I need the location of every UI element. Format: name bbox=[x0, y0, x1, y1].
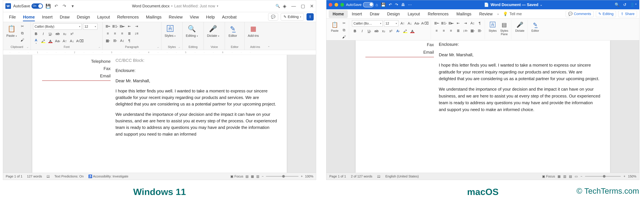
paste-button[interactable]: 📋 Paste ▾ bbox=[6, 23, 18, 38]
copy-icon[interactable]: ⧉ bbox=[341, 27, 347, 33]
superscript-button[interactable]: x² bbox=[388, 28, 394, 34]
grow-font-button[interactable]: A↑ bbox=[62, 38, 68, 44]
paste-button[interactable]: 📋 Paste bbox=[330, 20, 340, 33]
show-marks-button[interactable]: ¶ bbox=[126, 38, 132, 44]
redo-icon[interactable]: ↷ bbox=[62, 3, 67, 9]
copilot-icon[interactable]: ◈ bbox=[283, 4, 286, 9]
status-language[interactable]: English (United States) bbox=[386, 174, 419, 178]
subscript-button[interactable]: x₂ bbox=[381, 28, 386, 34]
tab-references[interactable]: References bbox=[424, 10, 452, 18]
status-page[interactable]: Page 1 of 1 bbox=[329, 174, 346, 178]
zoom-out-button[interactable]: − bbox=[580, 174, 582, 178]
dialog-launcher-icon[interactable]: ⌐ bbox=[158, 46, 159, 49]
print-icon[interactable]: 🖶 bbox=[401, 3, 405, 7]
borders-button[interactable]: ⊞▾ bbox=[112, 38, 118, 44]
print-layout-icon[interactable]: ▦ bbox=[558, 174, 561, 178]
strikethrough-button[interactable]: ab bbox=[55, 31, 60, 37]
ruler[interactable]: · · · 1 · · · 2 · · · 3 · · · 4 · · · 5 … bbox=[3, 50, 316, 55]
tab-home[interactable]: Home bbox=[329, 10, 348, 18]
shading-button[interactable]: ▦▾ bbox=[470, 28, 476, 34]
fullscreen-icon[interactable] bbox=[340, 3, 344, 7]
tab-file[interactable]: File bbox=[6, 12, 20, 22]
show-marks-button[interactable]: ¶ bbox=[477, 20, 483, 26]
account-icon[interactable]: 👤⁺ bbox=[630, 3, 637, 7]
focus-mode-button[interactable]: ▣ Focus bbox=[230, 174, 243, 178]
web-layout-icon[interactable]: ▥ bbox=[563, 174, 566, 178]
align-right-button[interactable]: ≡ bbox=[448, 28, 454, 34]
share-button[interactable]: ⇪ bbox=[306, 13, 314, 21]
autosave-toggle[interactable]: AutoSave On bbox=[13, 4, 43, 9]
tab-review[interactable]: Review bbox=[165, 12, 186, 22]
minimize-icon[interactable] bbox=[334, 3, 338, 7]
zoom-level[interactable]: 150% bbox=[628, 174, 636, 178]
page[interactable]: Fax Email Enclosure: Dear Mr. Marshall, … bbox=[356, 40, 610, 173]
dictate-button[interactable]: 🎤 Dictate bbox=[514, 20, 526, 33]
tab-draw[interactable]: Draw bbox=[366, 10, 383, 18]
tab-help[interactable]: Help bbox=[202, 12, 218, 22]
font-name-select[interactable]: Calibri (Body)▾ bbox=[33, 23, 82, 30]
spellcheck-icon[interactable]: 🕮 bbox=[377, 174, 380, 178]
underline-button[interactable]: U▾ bbox=[48, 31, 53, 37]
close-icon[interactable] bbox=[329, 3, 332, 7]
text-effects-button[interactable]: A▾ bbox=[395, 28, 401, 34]
undo-icon[interactable]: ↶ bbox=[53, 3, 59, 9]
decrease-indent-button[interactable]: ⇤ bbox=[126, 23, 132, 29]
draft-icon[interactable]: ▭ bbox=[575, 174, 578, 178]
change-case-button[interactable]: Aa▾ bbox=[414, 21, 420, 26]
tab-design[interactable]: Design bbox=[73, 12, 94, 22]
italic-button[interactable]: I bbox=[40, 31, 46, 37]
status-page[interactable]: Page 1 of 1 bbox=[6, 174, 22, 178]
chevron-down-icon[interactable]: ⌄ bbox=[540, 3, 542, 7]
share-button[interactable]: ⇪Share bbox=[618, 11, 637, 17]
editing-mode-button[interactable]: ✎Editing bbox=[596, 11, 616, 17]
page[interactable]: Telephone Fax Email CC/BCC Block: Enclos… bbox=[32, 55, 287, 173]
comments-button[interactable]: 💬Comments bbox=[566, 11, 594, 17]
spellcheck-icon[interactable]: 🕮 bbox=[47, 174, 50, 178]
align-left-button[interactable]: ≡ bbox=[434, 28, 440, 34]
zoom-level[interactable]: 100% bbox=[305, 174, 313, 178]
numbering-button[interactable]: ≣1▾ bbox=[441, 20, 447, 26]
cut-icon[interactable]: ✂ bbox=[341, 20, 347, 26]
justify-button[interactable]: ≣ bbox=[455, 28, 461, 34]
styles-button[interactable]: 🄰 Styles ▾ bbox=[164, 23, 176, 38]
borders-button[interactable]: ⊞▾ bbox=[477, 28, 483, 34]
line-spacing-button[interactable]: ↕≡ bbox=[134, 31, 140, 37]
multilevel-button[interactable]: ≣▸▾ bbox=[448, 20, 454, 26]
align-center-button[interactable]: ≡ bbox=[112, 31, 118, 37]
search-icon[interactable]: 🔍 bbox=[615, 3, 620, 7]
shrink-font-button[interactable]: A↓ bbox=[407, 21, 413, 26]
highlight-button[interactable]: 🖍 bbox=[40, 38, 46, 44]
font-name-select[interactable]: Calibri (Bo…▾ bbox=[352, 20, 383, 27]
save-icon[interactable]: 💾 bbox=[45, 3, 51, 9]
document-title[interactable]: 📄 Word Document — Saved ⌄ bbox=[414, 3, 613, 7]
subscript-button[interactable]: x₂ bbox=[62, 31, 68, 37]
tab-layout[interactable]: Layout bbox=[94, 12, 114, 22]
zoom-in-button[interactable]: + bbox=[301, 174, 303, 178]
zoom-slider[interactable] bbox=[585, 176, 621, 177]
format-painter-icon[interactable]: 🖌 bbox=[341, 34, 347, 40]
font-color-button[interactable]: A bbox=[48, 38, 53, 44]
increase-indent-button[interactable]: ⇥ bbox=[462, 20, 468, 26]
document-area[interactable]: Telephone Fax Email CC/BCC Block: Enclos… bbox=[3, 55, 316, 173]
tab-references[interactable]: References bbox=[114, 12, 142, 22]
more-icon[interactable]: ⋯ bbox=[408, 3, 412, 7]
document-title[interactable]: Word Document.docx • Last Modified: Just… bbox=[78, 4, 272, 8]
close-icon[interactable]: ✕ bbox=[310, 4, 314, 9]
styles-button[interactable]: 🄰 Styles bbox=[488, 20, 498, 33]
shrink-font-button[interactable]: A↓ bbox=[69, 38, 75, 44]
search-icon[interactable]: 🔍 bbox=[275, 3, 280, 9]
addins-button[interactable]: ▦ Add-ins bbox=[247, 23, 260, 38]
sort-button[interactable]: A↕ bbox=[470, 20, 476, 26]
text-effects-button[interactable]: A▾ bbox=[33, 38, 39, 44]
tab-view[interactable]: View bbox=[186, 12, 202, 22]
tab-draw[interactable]: Draw bbox=[56, 12, 73, 22]
highlight-button[interactable]: 🖍 bbox=[402, 28, 408, 34]
status-words[interactable]: 127 words bbox=[27, 174, 42, 178]
font-size-select[interactable]: 12▾ bbox=[83, 23, 98, 30]
change-case-button[interactable]: Aa▾ bbox=[55, 38, 60, 44]
tab-mailings[interactable]: Mailings bbox=[142, 12, 165, 22]
toggle-switch-icon[interactable]: On bbox=[32, 4, 43, 9]
superscript-button[interactable]: x² bbox=[69, 31, 75, 37]
print-layout-icon[interactable]: ▦ bbox=[251, 174, 254, 178]
read-mode-icon[interactable]: ▤ bbox=[246, 174, 248, 178]
